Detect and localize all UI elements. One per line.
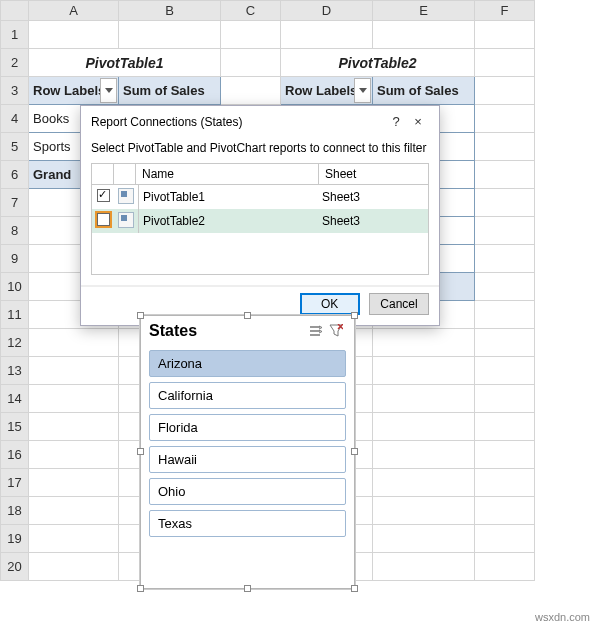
- pivot2-rowlabels-header[interactable]: Row Labels: [281, 77, 373, 105]
- resize-handle[interactable]: [137, 585, 144, 592]
- row-header[interactable]: 2: [1, 49, 29, 77]
- col-sheet-header[interactable]: Sheet: [319, 164, 429, 185]
- row-header[interactable]: 10: [1, 273, 29, 301]
- pivot1-rowlabels-header[interactable]: Row Labels: [29, 77, 119, 105]
- dialog-row[interactable]: PivotTable1Sheet3: [92, 185, 428, 209]
- pivot2-title: PivotTable2: [281, 49, 475, 77]
- row-header[interactable]: 17: [1, 469, 29, 497]
- pivottable-icon: [118, 212, 134, 228]
- dialog-message: Select PivotTable and PivotChart reports…: [91, 141, 429, 155]
- row-header[interactable]: 1: [1, 21, 29, 49]
- row-header[interactable]: 12: [1, 329, 29, 357]
- watermark: wsxdn.com: [535, 611, 590, 623]
- slicer-item[interactable]: Hawaii: [149, 446, 346, 473]
- row-header[interactable]: 7: [1, 189, 29, 217]
- dropdown-icon[interactable]: [354, 78, 371, 103]
- col-header[interactable]: A: [29, 1, 119, 21]
- dialog-titlebar[interactable]: Report Connections (States) ? ×: [81, 106, 439, 135]
- resize-handle[interactable]: [244, 312, 251, 319]
- row-header[interactable]: 13: [1, 357, 29, 385]
- resize-handle[interactable]: [351, 312, 358, 319]
- report-connections-dialog: Report Connections (States) ? × Select P…: [80, 105, 440, 326]
- item-name: PivotTable2: [139, 209, 319, 233]
- item-name: PivotTable1: [139, 185, 319, 209]
- row-header[interactable]: 3: [1, 77, 29, 105]
- item-sheet: Sheet3: [318, 185, 428, 209]
- col-header[interactable]: B: [119, 1, 221, 21]
- label: Row Labels: [285, 83, 357, 98]
- clear-filter-icon[interactable]: [326, 324, 346, 338]
- row-header[interactable]: 18: [1, 497, 29, 525]
- dropdown-icon[interactable]: [100, 78, 117, 103]
- slicer-item[interactable]: Texas: [149, 510, 346, 537]
- cancel-button[interactable]: Cancel: [369, 293, 429, 315]
- resize-handle[interactable]: [137, 448, 144, 455]
- slicer-item[interactable]: Ohio: [149, 478, 346, 505]
- col-name-header[interactable]: Name: [136, 164, 319, 185]
- row-header[interactable]: 4: [1, 105, 29, 133]
- col-header[interactable]: E: [373, 1, 475, 21]
- slicer-title: States: [149, 322, 306, 340]
- row-header[interactable]: 9: [1, 245, 29, 273]
- row-header[interactable]: 14: [1, 385, 29, 413]
- help-button[interactable]: ?: [385, 114, 407, 129]
- pivottable-icon: [118, 188, 134, 204]
- dialog-table: Name Sheet: [91, 163, 429, 185]
- slicer-item[interactable]: Arizona: [149, 350, 346, 377]
- col-header[interactable]: F: [475, 1, 535, 21]
- pivot2-sum-header: Sum of Sales: [373, 77, 475, 105]
- resize-handle[interactable]: [351, 585, 358, 592]
- slicer-item[interactable]: Florida: [149, 414, 346, 441]
- pivot1-title: PivotTable1: [29, 49, 221, 77]
- resize-handle[interactable]: [137, 312, 144, 319]
- row-header[interactable]: 11: [1, 301, 29, 329]
- row-header[interactable]: 15: [1, 413, 29, 441]
- col-header[interactable]: D: [281, 1, 373, 21]
- label: Row Labels: [33, 83, 105, 98]
- states-slicer[interactable]: States ArizonaCaliforniaFloridaHawaiiOhi…: [140, 315, 355, 589]
- pivot1-sum-header: Sum of Sales: [119, 77, 221, 105]
- dialog-row[interactable]: PivotTable2Sheet3: [92, 209, 428, 233]
- resize-handle[interactable]: [244, 585, 251, 592]
- multi-select-icon[interactable]: [306, 324, 326, 338]
- row-header[interactable]: 19: [1, 525, 29, 553]
- corner-cell: [1, 1, 29, 21]
- col-header[interactable]: C: [221, 1, 281, 21]
- row-header[interactable]: 8: [1, 217, 29, 245]
- resize-handle[interactable]: [351, 448, 358, 455]
- checkbox[interactable]: [97, 189, 110, 202]
- row-header[interactable]: 16: [1, 441, 29, 469]
- slicer-item[interactable]: California: [149, 382, 346, 409]
- checkbox[interactable]: [97, 213, 110, 226]
- row-header[interactable]: 20: [1, 553, 29, 581]
- dialog-title: Report Connections (States): [91, 115, 385, 129]
- row-header[interactable]: 6: [1, 161, 29, 189]
- row-header[interactable]: 5: [1, 133, 29, 161]
- item-sheet: Sheet3: [318, 209, 428, 233]
- close-button[interactable]: ×: [407, 114, 429, 129]
